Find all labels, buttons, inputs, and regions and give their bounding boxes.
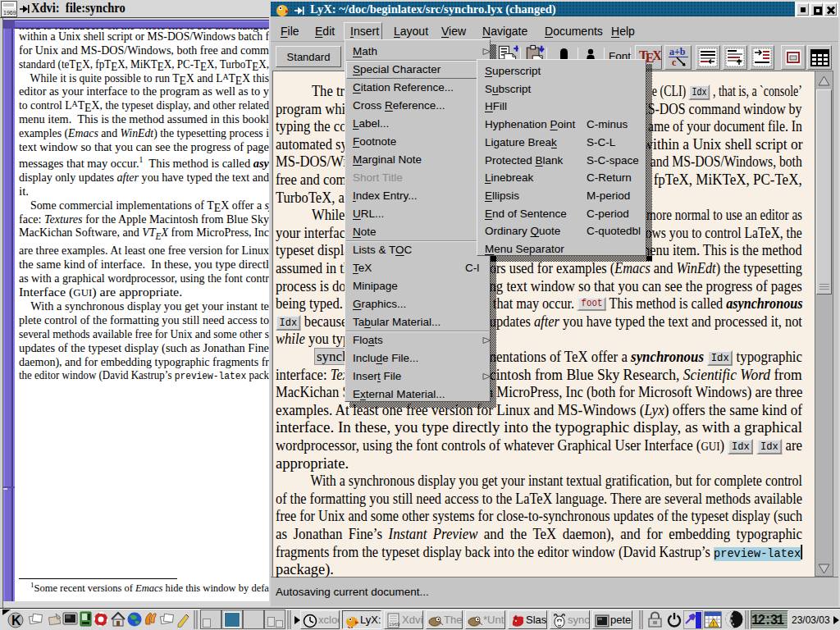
- svg-text:1969: 1969: [389, 622, 400, 627]
- svg-text:K: K: [11, 614, 21, 628]
- svg-text:!: !: [713, 620, 714, 628]
